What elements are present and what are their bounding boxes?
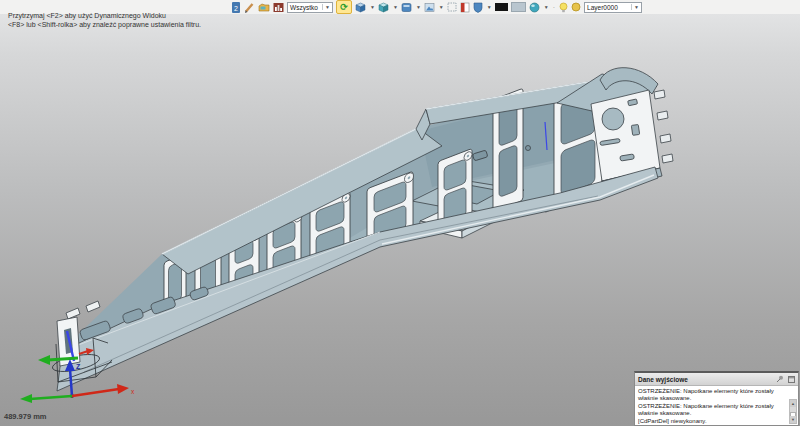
scroll-down-button[interactable]: ▼ <box>790 416 796 423</box>
panel-scrollbar[interactable]: ▲ ▼ <box>789 399 797 424</box>
output-panel-header[interactable]: Dane wyjściowe <box>635 373 798 386</box>
triad-y-axis <box>30 396 72 399</box>
warning-message: OSTRZEŻENIE: Napotkane elementy które zo… <box>638 403 787 417</box>
pin-icon[interactable] <box>776 375 784 383</box>
bulkhead-hole <box>602 108 624 130</box>
3d-model-viewport[interactable]: Z x <box>0 0 800 426</box>
triad-z-label: Z <box>76 363 81 370</box>
output-panel: Dane wyjściowe OSTRZEŻENIE: Napotkane el… <box>634 371 799 426</box>
output-panel-body: OSTRZEŻENIE: Napotkane elementy które zo… <box>635 386 798 426</box>
warning-message: [CdPartDel] niewykonany. <box>638 418 787 425</box>
end-bulkhead <box>591 90 660 181</box>
cad-application-window: 2 Wszystko ▼ ⟳ ▼ ▼ ▼ ▼ <box>0 0 800 426</box>
warning-message: OSTRZEŻENIE: Napotkane elementy które zo… <box>638 388 787 402</box>
triad-x-axis <box>72 389 119 396</box>
triad-x-label: x <box>131 388 135 395</box>
ucs-y-axis <box>48 358 78 360</box>
output-panel-title: Dane wyjściowe <box>635 376 776 383</box>
wall-hole <box>526 146 531 151</box>
dimension-status: 489.979 mm <box>4 412 47 421</box>
maximize-icon[interactable] <box>787 375 795 383</box>
scroll-up-button[interactable]: ▲ <box>790 400 796 407</box>
